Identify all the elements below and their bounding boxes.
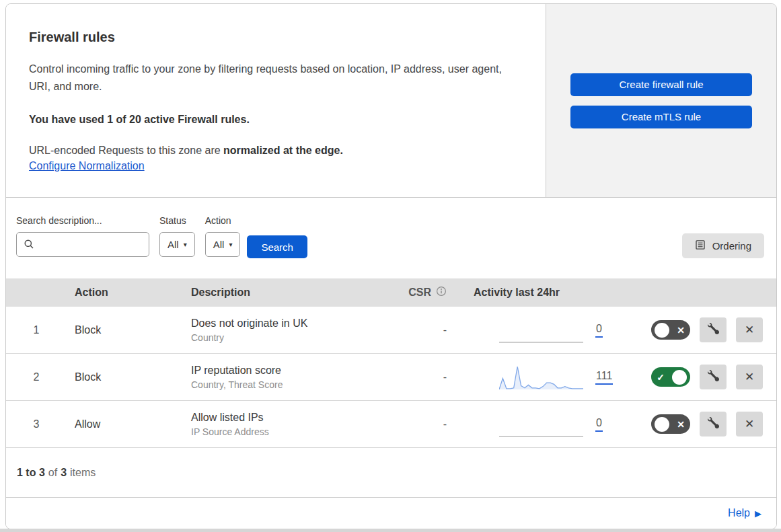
create-firewall-rule-button[interactable]: Create firewall rule <box>570 73 752 96</box>
rule-number: 3 <box>6 418 67 430</box>
activity-count-link[interactable]: 0 <box>595 323 603 338</box>
column-header-description: Description <box>182 287 367 299</box>
action-filter-label: Action <box>205 215 241 226</box>
table-row: 1 Block Does not originate in UK Country… <box>6 307 776 354</box>
toggle-state-icon: ✕ <box>675 326 687 335</box>
rule-csr-value: - <box>367 418 448 430</box>
chevron-right-icon: ▶ <box>755 508 761 519</box>
header-section: Firewall rules Control incoming traffic … <box>6 4 776 198</box>
create-mtls-rule-button[interactable]: Create mTLS rule <box>570 106 752 128</box>
header-actions-panel: Create firewall rule Create mTLS rule <box>546 4 776 197</box>
info-icon[interactable] <box>436 286 447 299</box>
rule-enabled-toggle[interactable]: ✓ <box>651 367 690 387</box>
toggle-knob <box>672 370 687 385</box>
status-filter-select[interactable]: All ▾ <box>159 232 195 257</box>
rule-enabled-toggle[interactable]: ✕ <box>651 414 690 434</box>
status-filter-label: Status <box>159 215 195 226</box>
rule-fields: Country, Threat Score <box>191 379 367 390</box>
pagination-range: 1 to 3 <box>17 467 45 479</box>
chevron-down-icon: ▾ <box>229 241 232 248</box>
edit-rule-button[interactable] <box>700 412 727 436</box>
toggle-state-icon: ✕ <box>675 420 687 429</box>
search-description-label: Search description... <box>16 215 149 226</box>
close-icon: ✕ <box>745 323 754 337</box>
toggle-knob <box>655 417 669 432</box>
rule-enabled-toggle[interactable]: ✕ <box>651 320 690 340</box>
activity-sparkline-chart <box>499 363 583 391</box>
chevron-down-icon: ▾ <box>184 241 187 248</box>
rule-action: Block <box>67 324 182 336</box>
close-icon: ✕ <box>745 370 754 384</box>
wrench-icon <box>708 417 719 432</box>
ordering-list-icon <box>695 239 706 252</box>
rule-action: Allow <box>67 418 182 430</box>
column-header-action: Action <box>67 287 182 299</box>
edit-rule-button[interactable] <box>700 317 727 342</box>
rule-number: 2 <box>6 371 67 383</box>
table-header-row: Action Description CSR Activity last 24h… <box>6 278 776 307</box>
delete-rule-button[interactable]: ✕ <box>736 412 763 436</box>
activity-sparkline <box>499 316 583 344</box>
pagination-total: 3 <box>61 467 67 479</box>
toggle-knob <box>655 323 669 338</box>
usage-summary: You have used 1 of 20 active Firewall ru… <box>29 114 519 126</box>
page-title: Firewall rules <box>29 30 519 45</box>
normalization-text: URL-encoded Requests to this zone are no… <box>29 145 519 157</box>
delete-rule-button[interactable]: ✕ <box>736 317 763 342</box>
table-row: 2 Block IP reputation score Country, Thr… <box>6 354 776 401</box>
ordering-button[interactable]: Ordering <box>682 233 764 258</box>
delete-rule-button[interactable]: ✕ <box>736 365 763 389</box>
wrench-icon <box>708 370 719 385</box>
close-icon: ✕ <box>745 417 754 431</box>
activity-count-link[interactable]: 111 <box>595 370 613 385</box>
edit-rule-button[interactable] <box>700 365 727 389</box>
wrench-icon <box>708 323 719 338</box>
action-filter-select[interactable]: All ▾ <box>205 232 241 257</box>
rule-csr-value: - <box>367 371 448 383</box>
rule-csr-value: - <box>367 324 448 336</box>
toggle-state-icon: ✓ <box>655 373 667 382</box>
pagination-summary: 1 to 3 of 3 items <box>6 448 776 498</box>
rule-description: Allow listed IPs <box>191 412 367 424</box>
rule-fields: IP Source Address <box>191 426 367 437</box>
filter-bar: Search description... Status All ▾ Actio… <box>6 198 776 278</box>
configure-normalization-link[interactable]: Configure Normalization <box>29 160 145 172</box>
rule-action: Block <box>67 371 182 383</box>
column-header-activity: Activity last 24hr <box>448 287 620 299</box>
table-row: 3 Allow Allow listed IPs IP Source Addre… <box>6 401 776 448</box>
page-description: Control incoming traffic to your zone by… <box>29 61 508 96</box>
activity-count-link[interactable]: 0 <box>595 417 603 432</box>
search-button[interactable]: Search <box>247 235 307 258</box>
rule-description: Does not originate in UK <box>191 317 367 330</box>
firewall-rules-card: Firewall rules Control incoming traffic … <box>5 3 777 529</box>
search-icon <box>24 239 34 252</box>
page-bottom-edge <box>0 529 781 532</box>
column-header-csr: CSR <box>367 286 448 299</box>
rule-description: IP reputation score <box>191 365 367 377</box>
search-input[interactable] <box>16 232 149 257</box>
help-footer: Help ▶ <box>6 498 776 529</box>
header-text-panel: Firewall rules Control incoming traffic … <box>6 4 546 197</box>
activity-sparkline <box>499 410 583 439</box>
help-link[interactable]: Help ▶ <box>728 507 761 519</box>
rule-number: 1 <box>6 324 67 336</box>
rule-fields: Country <box>191 332 367 343</box>
